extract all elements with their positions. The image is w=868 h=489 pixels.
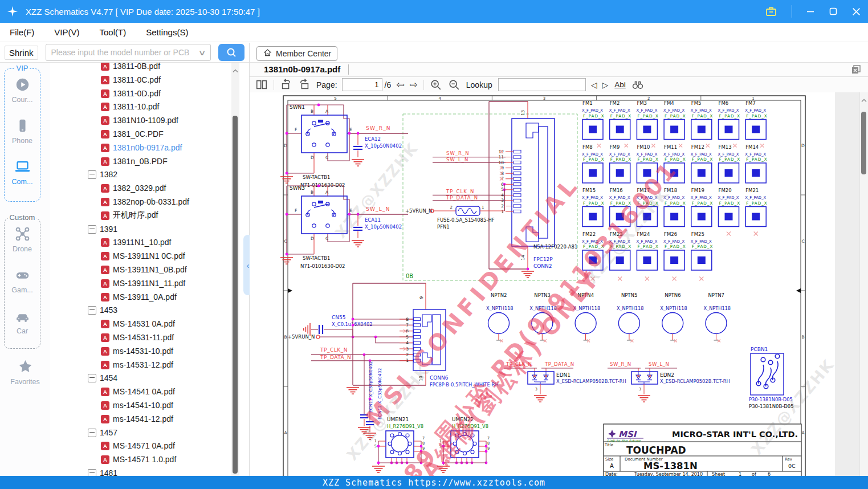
tree-file-1381n_0B.PDF[interactable]: A1381n_0B.PDF xyxy=(101,154,168,168)
license-briefcase-icon[interactable] xyxy=(764,5,778,18)
tree-file-MS-14541 0A.pdf[interactable]: AMS-14541 0A.pdf xyxy=(101,385,175,398)
collapse-box-icon[interactable] xyxy=(88,469,96,476)
schematic-label: B xyxy=(311,109,313,114)
menu-item-filef[interactable]: File(F) xyxy=(10,27,34,37)
tree-file-MS-14571 1.0.pdf[interactable]: AMS-14571 1.0.pdf xyxy=(101,453,176,466)
tree-file-MS-13911N1_11.pdf[interactable]: AMS-13911N1_11.pdf xyxy=(101,276,185,290)
schematic-label: F_PAD_X xyxy=(583,157,605,162)
page-number-input[interactable] xyxy=(342,78,382,91)
tree-file-MS-14531 0A.pdf[interactable]: AMS-14531 0A.pdf xyxy=(101,317,175,331)
model-search-input[interactable]: Please input the model number or PCB ∨ xyxy=(46,44,211,61)
tab-active-pdf[interactable]: 1381n0b-0917a.pdf xyxy=(264,64,340,74)
sidebar-item-car[interactable]: Car xyxy=(5,308,40,335)
two-page-view-icon[interactable] xyxy=(255,79,268,91)
tree-file-13811-10.pdf[interactable]: A13811-10.pdf xyxy=(101,100,159,113)
tree-scrollbar-thumb[interactable] xyxy=(233,116,238,474)
search-button[interactable] xyxy=(218,44,244,61)
tree-file-MS-14531-11.pdf[interactable]: AMS-14531-11.pdf xyxy=(101,331,174,344)
tab-bar: 1381n0b-0917a.pdf xyxy=(250,63,868,77)
tree-file-1381n0b-0917a.pdf[interactable]: A1381n0b-0917a.pdf xyxy=(101,141,182,154)
tree-file-1381_0C.PDF[interactable]: A1381_0C.PDF xyxy=(101,127,164,141)
chevron-down-icon[interactable]: ∨ xyxy=(198,48,206,57)
pdf-file-icon: A xyxy=(101,144,109,152)
search-prev-icon[interactable]: ◁ xyxy=(591,81,597,89)
tree-file-13811-0D.pdf[interactable]: A13811-0D.pdf xyxy=(101,87,161,100)
search-next-icon[interactable]: ▷ xyxy=(602,81,609,89)
document-scrollbar-thumb[interactable] xyxy=(861,112,866,174)
tree-file-MS-13911N1_0B.pdf[interactable]: AMS-13911N1_0B.pdf xyxy=(101,263,187,276)
ref-CONN2: CONN2 xyxy=(533,263,552,269)
tree-folder-1391[interactable]: 1391 xyxy=(88,222,117,236)
schematic-label: F_PAD_X xyxy=(665,244,686,249)
zoom-in-icon[interactable] xyxy=(430,79,442,91)
tree-file-开机时序.pdf[interactable]: A开机时序.pdf xyxy=(101,209,158,222)
collapse-box-icon[interactable] xyxy=(88,374,96,382)
sidebar-item-drone[interactable]: Drone xyxy=(5,226,40,253)
member-center-button[interactable]: Member Center xyxy=(256,46,337,61)
tree-file-ms-14541-12.pdf[interactable]: Ams-14541-12.pdf xyxy=(101,412,173,426)
close-document-icon[interactable] xyxy=(850,64,862,78)
tree-file-1382nop-0b-0331.pdf[interactable]: A1382nop-0b-0331.pdf xyxy=(101,195,189,209)
tree-file-13811-0B.pdf[interactable]: A13811-0B.pdf xyxy=(101,63,160,73)
menu-item-settingss[interactable]: Settings(S) xyxy=(146,27,188,37)
pdf-file-icon: A xyxy=(101,347,109,356)
tree-file-MS-14571 0A.pdf[interactable]: AMS-14571 0A.pdf xyxy=(101,439,175,453)
home-icon xyxy=(263,48,272,59)
whole-word-icon[interactable]: Abi xyxy=(614,80,626,89)
sidebar-item-phone[interactable]: Phone xyxy=(5,118,40,145)
pdf-file-icon: A xyxy=(101,238,109,247)
lookup-input[interactable] xyxy=(498,78,586,91)
collapse-box-icon[interactable] xyxy=(88,170,96,179)
scroll-up-icon[interactable] xyxy=(233,65,238,75)
tree-file-1381N10-1109.pdf[interactable]: A1381N10-1109.pdf xyxy=(101,113,178,127)
schematic-label: 7 xyxy=(487,436,490,441)
document-scrollbar[interactable] xyxy=(859,92,868,476)
tree-file-13911N1_10.pdf[interactable]: A13911N1_10.pdf xyxy=(101,235,172,249)
schematic-label: N71-0101630-D02 xyxy=(300,263,345,269)
sidebar-item-label: Gam... xyxy=(11,286,33,294)
tree-folder-1454[interactable]: 1454 xyxy=(88,371,117,385)
ruler-top-2: 2 xyxy=(647,96,650,101)
sidebar-item-label: Phone xyxy=(12,137,32,145)
sidebar-item-computer[interactable]: Com... xyxy=(5,159,40,186)
tree-folder-1457[interactable]: 1457 xyxy=(88,426,117,439)
menu-item-vipv[interactable]: VIP(V) xyxy=(54,27,79,37)
rotate-left-icon[interactable] xyxy=(280,79,292,91)
sidebar-item-course[interactable]: Cour... xyxy=(5,77,40,104)
close-button[interactable] xyxy=(851,7,861,17)
app-logo-icon xyxy=(6,5,19,18)
tree-file-ms-14531-12.pdf[interactable]: Ams-14531-12.pdf xyxy=(101,358,173,372)
scroll-up-icon[interactable] xyxy=(861,95,867,105)
tree-item-label: 13811-10.pdf xyxy=(113,102,159,111)
collapse-box-icon[interactable] xyxy=(88,306,96,315)
tree-file-ms-14541-10.pdf[interactable]: Ams-14541-10.pdf xyxy=(101,398,173,412)
collapse-box-icon[interactable] xyxy=(88,429,96,437)
schematic-label: D xyxy=(311,236,314,241)
tree-file-ms-14531-10.pdf[interactable]: Ams-14531-10.pdf xyxy=(101,344,173,358)
tree-folder-1481[interactable]: 1481 xyxy=(88,466,117,476)
menu-item-toolt[interactable]: Tool(T) xyxy=(100,27,127,37)
tree-file-MS-13911_0A.pdf[interactable]: AMS-13911_0A.pdf xyxy=(101,290,177,304)
pdf-document-area[interactable]: 54321DDCCBBAA0BBAEFDCSWN1SW-TACTB1N71-01… xyxy=(250,92,868,476)
rotate-right-icon[interactable] xyxy=(298,79,311,91)
tree-file-1382_0329.pdf[interactable]: A1382_0329.pdf xyxy=(101,181,166,195)
tree-scrollbar[interactable] xyxy=(231,63,239,476)
zoom-out-icon[interactable] xyxy=(448,79,461,91)
binoculars-icon[interactable] xyxy=(631,79,644,91)
menu-bar: File(F)VIP(V)Tool(T)Settings(S) xyxy=(0,23,868,42)
tree-folder-1382[interactable]: 1382 xyxy=(88,168,117,181)
tree-file-13811-0C.pdf[interactable]: A13811-0C.pdf xyxy=(101,73,161,87)
sidebar-item-game[interactable]: Gam... xyxy=(5,267,40,294)
shrink-button[interactable]: Shrink xyxy=(5,46,38,60)
collapse-box-icon[interactable] xyxy=(88,225,96,234)
maximize-button[interactable] xyxy=(829,7,838,16)
page-back-icon[interactable]: ⇦ xyxy=(396,80,404,89)
page-forward-icon[interactable]: ⇨ xyxy=(410,80,418,89)
tree-file-MS-13911N1 0C.pdf[interactable]: AMS-13911N1 0C.pdf xyxy=(101,249,185,263)
minimize-button[interactable] xyxy=(806,7,815,16)
pdf-file-icon: A xyxy=(101,198,109,206)
tree-folder-1453[interactable]: 1453 xyxy=(88,303,117,317)
tree-item-label: 1454 xyxy=(100,373,117,382)
sidebar-item-favorites[interactable]: Favorites xyxy=(0,359,50,386)
ref-FM22: FM22 xyxy=(582,231,596,237)
